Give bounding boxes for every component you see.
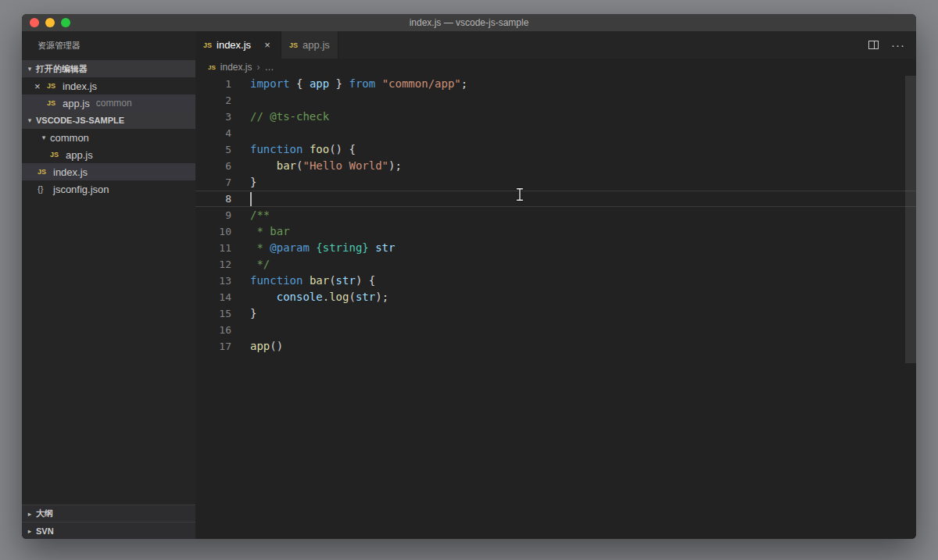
code-line-3[interactable]: 3// @ts-check (195, 109, 916, 125)
code-token: from (349, 77, 375, 90)
section-header-SVN[interactable]: ▸SVN (22, 522, 195, 539)
line-number: 3 (195, 109, 231, 125)
tree-item-app.js[interactable]: JSapp.js (22, 146, 195, 163)
tab-index.js[interactable]: JSindex.js× (195, 31, 281, 59)
chevron-expanded-icon: ▾ (38, 134, 50, 141)
line-number: 11 (195, 240, 231, 256)
breadcrumb-symbol[interactable]: … (264, 62, 274, 73)
code-token: bar (310, 274, 329, 287)
js-file-icon: JS (47, 99, 63, 107)
open-editor-item-index.js[interactable]: ×JSindex.js (22, 77, 195, 95)
code-line-4[interactable]: 4 (195, 125, 916, 141)
code-lines: 1import { app } from "common/app";23// @… (195, 76, 916, 355)
line-content: */ (231, 256, 270, 273)
code-line-17[interactable]: 17app() (195, 338, 916, 355)
line-number: 1 (195, 76, 231, 92)
code-token: console (277, 291, 323, 303)
chevron-collapsed-icon: ▸ (23, 527, 36, 535)
line-number: 9 (195, 207, 231, 223)
workspace-header[interactable]: ▾ VSCODE-JS-SAMPLE (22, 112, 195, 129)
code-line-2[interactable]: 2 (195, 92, 916, 109)
split-editor-icon[interactable] (868, 41, 879, 49)
line-number: 7 (195, 174, 231, 191)
line-content (231, 191, 250, 206)
code-token: * bar (250, 225, 290, 237)
code-line-5[interactable]: 5function foo() { (195, 141, 916, 158)
tree-item-common[interactable]: ▾common (22, 129, 195, 146)
breadcrumb-file[interactable]: index.js (220, 62, 252, 73)
sidebar-bottom-sections: ▸大纲▸SVN (22, 505, 195, 539)
code-line-7[interactable]: 7} (195, 174, 916, 191)
code-token: import (250, 77, 290, 90)
code-editor[interactable]: 1import { app } from "common/app";23// @… (195, 76, 916, 539)
code-line-1[interactable]: 1import { app } from "common/app"; (195, 76, 916, 92)
code-line-9[interactable]: 9/** (195, 207, 916, 223)
explorer-sidebar: 资源管理器 ▾ 打开的编辑器 ×JSindex.jsJSapp.jscommon… (22, 31, 195, 539)
close-tab-icon[interactable]: × (262, 39, 273, 51)
js-file-icon: JS (47, 82, 63, 90)
code-token: function (250, 143, 303, 155)
tree-item-jsconfig.json[interactable]: {}jsconfig.json (22, 180, 195, 198)
line-number: 15 (195, 305, 231, 322)
code-token: */ (250, 258, 270, 270)
code-line-11[interactable]: 11 * @param {string} str (195, 240, 916, 256)
minimize-window-button[interactable] (45, 18, 55, 27)
open-editors-header[interactable]: ▾ 打开的编辑器 (22, 60, 195, 77)
line-number: 6 (195, 158, 231, 174)
line-content: * @param {string} str (231, 240, 395, 256)
file-name: app.js (66, 149, 93, 161)
zoom-window-button[interactable] (61, 18, 70, 27)
line-number: 13 (195, 273, 231, 289)
breadcrumb: JS index.js › … (195, 59, 916, 76)
code-token: // @ts-check (250, 110, 329, 123)
code-line-16[interactable]: 16 (195, 322, 916, 338)
section-header-大纲[interactable]: ▸大纲 (22, 505, 195, 522)
code-line-6[interactable]: 6 bar("Hello World"); (195, 158, 916, 174)
code-line-12[interactable]: 12 */ (195, 256, 916, 273)
line-content: console.log(str); (231, 289, 388, 305)
vscode-window: index.js — vscode-js-sample 资源管理器 ▾ 打开的编… (22, 14, 916, 539)
more-actions-icon[interactable]: ··· (891, 41, 905, 49)
code-token: "Hello World" (303, 159, 388, 172)
close-editor-icon[interactable]: × (34, 80, 47, 92)
tree-item-index.js[interactable]: JSindex.js (22, 163, 195, 180)
section-label: SVN (36, 526, 54, 536)
breadcrumb-separator-icon: › (256, 62, 260, 73)
code-line-14[interactable]: 14 console.log(str); (195, 289, 916, 305)
code-line-10[interactable]: 10 * bar (195, 223, 916, 240)
line-content (231, 92, 250, 109)
file-name: common (50, 132, 89, 144)
code-token: . (323, 291, 329, 303)
line-number: 12 (195, 256, 231, 273)
code-token: bar (277, 159, 296, 172)
close-window-button[interactable] (30, 18, 39, 27)
json-file-icon: {} (38, 184, 53, 194)
code-token: app (250, 340, 270, 352)
code-line-8[interactable]: 8 (195, 191, 916, 207)
tab-app.js[interactable]: JSapp.js (281, 31, 338, 59)
code-token: @param (270, 241, 310, 254)
line-content: /** (231, 207, 270, 223)
titlebar[interactable]: index.js — vscode-js-sample (22, 14, 916, 31)
explorer-title: 资源管理器 (22, 31, 195, 60)
file-tree: ▾commonJSapp.jsJSindex.js{}jsconfig.json (22, 129, 195, 198)
code-line-15[interactable]: 15} (195, 305, 916, 322)
editor-scrollbar[interactable] (905, 76, 916, 363)
line-number: 4 (195, 125, 231, 141)
file-name: jsconfig.json (53, 184, 109, 195)
open-editor-item-app.js[interactable]: JSapp.jscommon (22, 95, 195, 112)
code-token: str (336, 274, 356, 287)
tab-label: app.js (303, 39, 330, 51)
line-content: } (231, 305, 256, 322)
code-token (250, 291, 277, 303)
line-number: 10 (195, 223, 231, 240)
folder-badge: common (96, 98, 132, 109)
code-token (375, 77, 381, 90)
code-token: str (356, 291, 375, 303)
js-file-icon: JS (38, 168, 53, 176)
chevron-expanded-icon: ▾ (23, 116, 36, 124)
tabs: JSindex.js×JSapp.js (195, 31, 338, 59)
code-line-13[interactable]: 13function bar(str) { (195, 273, 916, 289)
line-content: function foo() { (231, 141, 356, 158)
code-token: } (250, 176, 256, 188)
